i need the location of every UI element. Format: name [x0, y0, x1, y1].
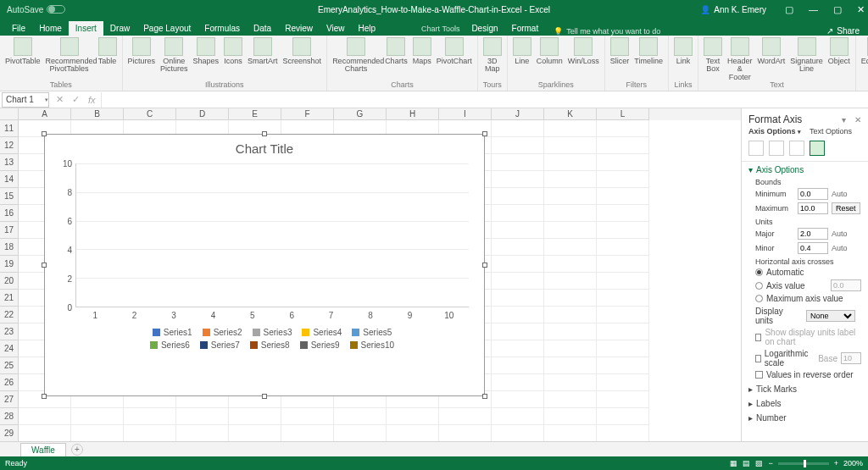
zoom-level[interactable]: 200% [843, 459, 863, 467]
legend-item-series8[interactable]: Series8 [250, 340, 290, 350]
menu-tab-data[interactable]: Data [247, 21, 278, 36]
radio-automatic[interactable] [755, 268, 763, 276]
resize-handle-n[interactable] [262, 131, 267, 136]
column-header-G[interactable]: G [334, 108, 387, 120]
column-header-B[interactable]: B [71, 108, 124, 120]
row-header-26[interactable]: 26 [0, 374, 18, 391]
column-header-A[interactable]: A [19, 108, 71, 120]
ribbon-object-button[interactable]: Object [828, 37, 850, 65]
ribbon-timeline-button[interactable]: Timeline [634, 37, 663, 65]
ribbon-icons-button[interactable]: Icons [224, 37, 242, 65]
resize-handle-e[interactable] [482, 263, 487, 268]
legend-item-series5[interactable]: Series5 [352, 328, 392, 337]
resize-handle-se[interactable] [482, 394, 487, 399]
ribbon-signature-line-button[interactable]: Signature Line [790, 37, 823, 74]
select-all-corner[interactable] [0, 108, 19, 120]
ribbon-screenshot-button[interactable]: Screenshot [283, 37, 322, 65]
autosave-toggle[interactable]: AutoSave [7, 5, 65, 14]
plot-area[interactable] [75, 163, 469, 307]
minimize-icon[interactable]: — [809, 4, 818, 15]
legend-item-series9[interactable]: Series9 [300, 340, 340, 350]
ribbon-display-options-icon[interactable]: ▢ [785, 4, 793, 15]
fill-line-icon[interactable] [748, 141, 764, 156]
row-header-11[interactable]: 11 [0, 120, 18, 137]
sheet-tab-active[interactable]: Waffle [20, 443, 66, 456]
section-labels[interactable]: ▸ Labels [748, 399, 861, 408]
embedded-chart[interactable]: Chart Title 0246810 12345678910 Series1S… [44, 134, 485, 396]
row-header-29[interactable]: 29 [0, 425, 18, 441]
resize-handle-nw[interactable] [42, 131, 47, 136]
subtab-text-options[interactable]: Text Options [810, 127, 852, 135]
bounds-max-reset-button[interactable]: Reset [832, 202, 860, 214]
view-page-layout-icon[interactable]: ▤ [743, 459, 750, 467]
radio-max-axis-value[interactable] [755, 295, 763, 302]
row-header-13[interactable]: 13 [0, 154, 18, 171]
bounds-max-input[interactable] [798, 202, 828, 214]
menu-tab-view[interactable]: View [320, 21, 352, 36]
ribbon-line-button[interactable]: Line [513, 37, 531, 65]
legend-item-series2[interactable]: Series2 [203, 328, 242, 337]
ribbon-pivotchart-button[interactable]: PivotChart [437, 37, 472, 65]
row-header-18[interactable]: 18 [0, 239, 18, 256]
column-header-L[interactable]: L [597, 108, 649, 120]
menu-tab-home[interactable]: Home [32, 21, 69, 36]
legend-item-series4[interactable]: Series4 [302, 328, 342, 337]
chart-legend[interactable]: Series1Series2Series3Series4Series5Serie… [75, 328, 469, 350]
row-header-25[interactable]: 25 [0, 357, 18, 374]
row-header-21[interactable]: 21 [0, 290, 18, 307]
column-header-F[interactable]: F [281, 108, 334, 120]
row-header-17[interactable]: 17 [0, 222, 18, 239]
row-header-20[interactable]: 20 [0, 273, 18, 290]
radio-axis-value[interactable] [755, 282, 763, 290]
resize-handle-sw[interactable] [42, 394, 47, 399]
x-axis-labels[interactable]: 12345678910 [75, 311, 469, 320]
chart-title[interactable]: Chart Title [45, 135, 484, 159]
view-normal-icon[interactable]: ▦ [730, 459, 737, 467]
view-page-break-icon[interactable]: ▧ [755, 459, 763, 467]
units-minor-input[interactable] [798, 242, 828, 254]
row-header-19[interactable]: 19 [0, 256, 18, 273]
zoom-slider[interactable] [778, 462, 829, 465]
column-header-D[interactable]: D [176, 108, 229, 120]
size-properties-icon[interactable] [789, 141, 804, 156]
ribbon-3d-map-button[interactable]: 3D Map [483, 37, 502, 74]
row-header-27[interactable]: 27 [0, 391, 18, 408]
ribbon-link-button[interactable]: Link [674, 37, 693, 65]
legend-item-series3[interactable]: Series3 [253, 328, 292, 337]
ribbon-equation-button[interactable]: Equation [861, 37, 868, 65]
effects-icon[interactable] [769, 141, 784, 156]
enter-formula-icon[interactable]: ✓ [72, 94, 80, 105]
units-major-input[interactable] [798, 228, 828, 240]
menu-tab-review[interactable]: Review [278, 21, 320, 36]
column-header-C[interactable]: C [124, 108, 176, 120]
legend-item-series7[interactable]: Series7 [200, 340, 240, 350]
row-header-24[interactable]: 24 [0, 340, 18, 357]
y-axis-labels[interactable]: 0246810 [57, 163, 72, 307]
legend-item-series1[interactable]: Series1 [153, 328, 192, 337]
ribbon-online-pictures-button[interactable]: Online Pictures [160, 37, 188, 74]
menu-tab-help[interactable]: Help [351, 21, 382, 36]
legend-item-series10[interactable]: Series10 [350, 340, 394, 350]
column-header-J[interactable]: J [492, 108, 544, 120]
menu-tab-insert[interactable]: Insert [69, 21, 103, 36]
row-header-23[interactable]: 23 [0, 323, 18, 340]
add-sheet-button[interactable]: + [71, 444, 83, 456]
ribbon-column-button[interactable]: Column [537, 37, 563, 65]
ribbon-slicer-button[interactable]: Slicer [610, 37, 630, 65]
share-button[interactable]: ↗ Share [826, 26, 860, 36]
ribbon-text-box-button[interactable]: Text Box [704, 37, 722, 74]
ribbon-pictures-button[interactable]: Pictures [128, 37, 156, 65]
chart-bars[interactable] [76, 163, 469, 307]
cancel-formula-icon[interactable]: ✕ [56, 94, 64, 105]
row-header-22[interactable]: 22 [0, 307, 18, 323]
contextual-tab-design[interactable]: Design [465, 21, 504, 36]
resize-handle-w[interactable] [42, 263, 47, 268]
maximize-icon[interactable]: ▢ [833, 4, 842, 15]
section-axis-options[interactable]: ▾ Axis Options [748, 165, 861, 174]
ribbon-header-footer-button[interactable]: Header & Footer [727, 37, 753, 81]
column-header-H[interactable]: H [387, 108, 439, 120]
ribbon-pivottable-button[interactable]: PivotTable [5, 37, 41, 65]
pane-dropdown-icon[interactable]: ▾ [842, 115, 846, 124]
chk-reverse-order[interactable] [755, 371, 763, 379]
ribbon-wordart-button[interactable]: WordArt [757, 37, 785, 65]
